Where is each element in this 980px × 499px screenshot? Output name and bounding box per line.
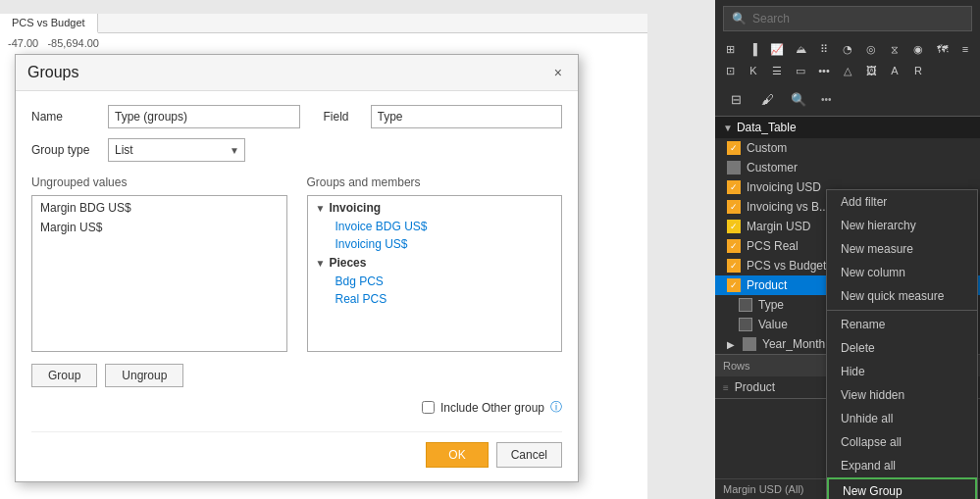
check-icon-pcs-real: ✓ — [727, 239, 741, 253]
card-icon[interactable]: ▭ — [790, 61, 811, 80]
field-input[interactable] — [371, 105, 563, 128]
context-menu: Add filter New hierarchy New measure New… — [826, 189, 978, 478]
menu-new-column[interactable]: New column — [827, 261, 977, 284]
tree-item-label-product: Product — [747, 278, 787, 292]
tab-pcs-budget[interactable]: PCS vs Budget — [0, 14, 98, 33]
check-icon-year-month — [743, 337, 756, 351]
check-icon-product: ✓ — [727, 278, 741, 292]
data-table-header: ▼ Data_Table — [715, 117, 980, 138]
data-table-name: Data_Table — [737, 121, 797, 134]
name-input[interactable] — [108, 105, 300, 128]
dialog-title-bar: Groups × — [16, 55, 578, 91]
right-panel: 🔍 ⊞ ▐ 📈 ⛰ ⠿ ◔ ◎ ⧖ ◉ 🗺 ≡ ⊡ K ☰ ▭ ••• △ 🖼 … — [715, 0, 980, 499]
rows-field-label: Product — [735, 380, 775, 394]
R-icon[interactable]: R — [907, 61, 929, 80]
check-icon-invoicing-b: ✓ — [727, 200, 741, 214]
expand-year-month-icon: ▶ — [727, 339, 735, 350]
tree-item-label-invoicing-b: Invoicing vs B... — [747, 200, 829, 214]
check-icon-invoicing: ✓ — [727, 180, 741, 194]
dialog-close-button[interactable]: × — [550, 63, 566, 82]
dialog-title: Groups — [27, 64, 78, 81]
groups-title: Groups and members — [307, 175, 563, 189]
group-member[interactable]: Real PCS — [308, 290, 562, 308]
cancel-button[interactable]: Cancel — [496, 442, 562, 468]
tree-item-label-invoicing: Invoicing USD — [747, 180, 821, 194]
menu-delete[interactable]: Delete — [827, 336, 977, 360]
map-icon[interactable]: 🗺 — [931, 39, 953, 59]
group-header-pieces: ▼ Pieces — [308, 253, 562, 273]
matrix-icon[interactable]: ⊡ — [719, 61, 741, 80]
tree-item-custom[interactable]: ✓ Custom — [715, 138, 980, 158]
menu-expand-all[interactable]: Expand all — [827, 454, 977, 477]
icon-toolbar-top: ⊞ ▐ 📈 ⛰ ⠿ ◔ ◎ ⧖ ◉ 🗺 ≡ ⊡ K ☰ ▭ ••• △ 🖼 A … — [715, 37, 980, 82]
include-other-checkbox[interactable] — [422, 401, 435, 414]
ungroup-button[interactable]: Ungroup — [105, 364, 183, 387]
list-item[interactable]: Margin BDG US$ — [32, 198, 286, 218]
tree-item-label-custom: Custom — [747, 141, 787, 155]
include-row: Include Other group ⓘ — [31, 399, 562, 416]
more-icon[interactable]: ••• — [813, 61, 835, 80]
menu-divider — [827, 310, 977, 311]
tree-item-label-type: Type — [758, 298, 784, 312]
kpi-icon[interactable]: K — [743, 61, 764, 80]
group-type-select[interactable]: List Bin — [108, 138, 245, 162]
format-icon[interactable]: 🖌 — [754, 86, 780, 112]
check-icon-value — [739, 318, 752, 331]
search-bar: 🔍 — [723, 6, 972, 31]
menu-view-hidden[interactable]: View hidden — [827, 383, 977, 407]
tree-item-label-pcs-budget: PCS vs Budget — [747, 259, 826, 273]
funnel-icon[interactable]: ⧖ — [884, 39, 905, 59]
pie-icon[interactable]: ◔ — [837, 39, 858, 59]
ungrouped-section: Ungrouped values Margin BDG US$ Margin U… — [31, 175, 287, 352]
group-button[interactable]: Group — [31, 364, 97, 387]
tree-item-customer[interactable]: Customer — [715, 158, 980, 177]
search-icon: 🔍 — [732, 12, 747, 25]
image-icon[interactable]: 🖼 — [860, 61, 882, 80]
data-table-expand-icon[interactable]: ▼ — [723, 123, 733, 133]
ungrouped-list[interactable]: Margin BDG US$ Margin US$ — [31, 195, 287, 352]
tree-list: ✓ Custom Customer ✓ Invoicing USD ✓ Invo… — [715, 138, 980, 478]
line-chart-icon[interactable]: 📈 — [766, 39, 788, 59]
dialog-body: Name Field Group type List Bin ▼ Ungroup… — [16, 91, 578, 481]
group-ungroup-row: Group Ungroup — [31, 364, 562, 387]
analytics-icon[interactable]: 🔍 — [786, 86, 811, 112]
ok-button[interactable]: OK — [426, 442, 488, 468]
table-icon-btn[interactable]: ⊞ — [719, 39, 741, 59]
list-item[interactable]: Margin US$ — [32, 218, 286, 237]
search-input[interactable] — [752, 12, 963, 25]
tab-bar: PCS vs Budget — [0, 14, 647, 33]
menu-new-measure[interactable]: New measure — [827, 237, 977, 261]
gauge-icon[interactable]: ◉ — [907, 39, 929, 59]
group-member[interactable]: Bdg PCS — [308, 273, 562, 290]
field-label: Field — [324, 110, 363, 124]
combo-icon[interactable]: ≡ — [954, 39, 976, 59]
menu-collapse-all[interactable]: Collapse all — [827, 430, 977, 454]
rows-label: Rows — [723, 360, 750, 372]
icon-toolbar-bottom: ⊟ 🖌 🔍 ••• — [715, 82, 980, 116]
donut-icon[interactable]: ◎ — [860, 39, 882, 59]
groups-list[interactable]: ▼ Invoicing Invoice BDG US$ Invoicing US… — [307, 195, 563, 352]
tree-item-label-pcs-real: PCS Real — [747, 239, 799, 253]
toolbar-dots: ••• — [821, 94, 832, 105]
menu-new-group[interactable]: New Group — [827, 477, 977, 478]
bg-data-values: -47.00 -85,694.00 — [0, 33, 647, 53]
menu-new-hierarchy[interactable]: New hierarchy — [827, 214, 977, 237]
area-chart-icon[interactable]: ⛰ — [790, 39, 811, 59]
filter-icon[interactable]: ⊟ — [723, 86, 748, 112]
scatter-icon[interactable]: ⠿ — [813, 39, 835, 59]
slicer-icon[interactable]: ☰ — [766, 61, 788, 80]
include-info-icon[interactable]: ⓘ — [550, 399, 562, 416]
ungrouped-title: Ungrouped values — [31, 175, 287, 189]
bar-chart-icon[interactable]: ▐ — [743, 39, 764, 59]
menu-add-filter[interactable]: Add filter — [827, 190, 977, 214]
text-icon[interactable]: A — [884, 61, 905, 80]
menu-unhide-all[interactable]: Unhide all — [827, 407, 977, 430]
menu-hide[interactable]: Hide — [827, 360, 977, 383]
menu-new-quick-measure[interactable]: New quick measure — [827, 284, 977, 308]
shape-icon[interactable]: △ — [837, 61, 858, 80]
menu-rename[interactable]: Rename — [827, 313, 977, 336]
tree-item-label-customer: Customer — [747, 161, 798, 175]
group-member[interactable]: Invoicing US$ — [308, 235, 562, 253]
group-type-select-wrapper: List Bin ▼ — [108, 138, 245, 162]
group-member[interactable]: Invoice BDG US$ — [308, 218, 562, 235]
